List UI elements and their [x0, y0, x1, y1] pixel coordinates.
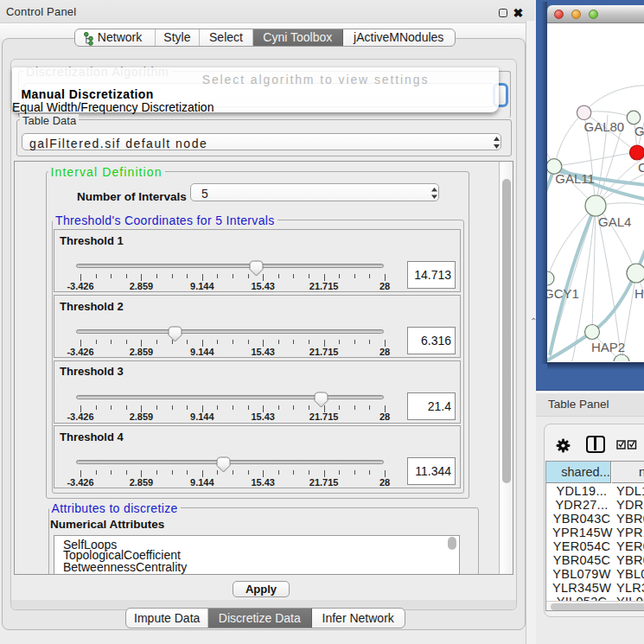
svg-text:C: C	[638, 160, 644, 175]
svg-text:GAL4: GAL4	[598, 214, 631, 229]
svg-text:GAL80: GAL80	[584, 119, 625, 134]
svg-text:GCY1: GCY1	[547, 286, 579, 301]
svg-text:HAP2: HAP2	[591, 340, 625, 354]
svg-text:H: H	[634, 286, 644, 301]
svg-text:GA: GA	[634, 124, 644, 138]
svg-text:GAL11: GAL11	[555, 171, 595, 186]
